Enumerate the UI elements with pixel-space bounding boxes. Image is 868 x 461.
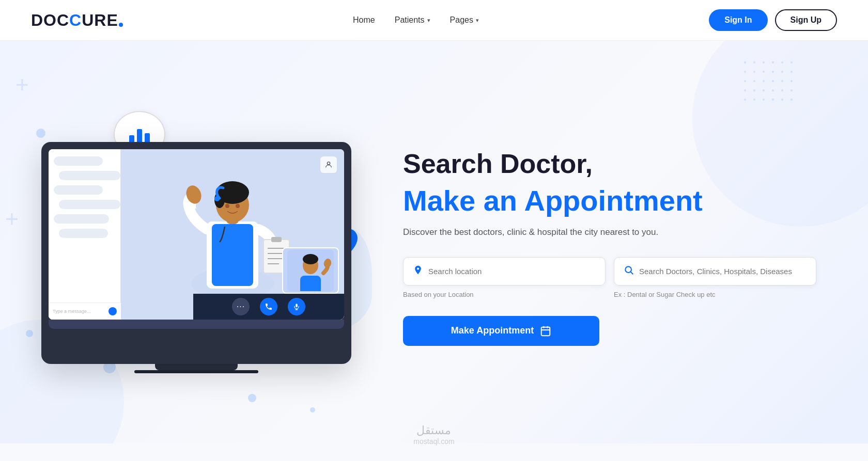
hero-section: + + // Will be rendered after DOM ready xyxy=(0,41,868,443)
svg-rect-12 xyxy=(271,237,282,242)
chat-bubble-5 xyxy=(54,214,109,224)
svg-rect-3 xyxy=(212,224,253,286)
chat-bubble-6 xyxy=(59,229,108,238)
hero-subtitle: Discover the best doctors, clinic & hosp… xyxy=(403,227,816,237)
chat-bubble-1 xyxy=(54,156,103,166)
hero-illustration: Type a message... xyxy=(31,121,362,373)
watermark-arabic: مستقل xyxy=(413,424,454,437)
deco-plus-top-left: + xyxy=(16,72,29,98)
appointment-button-label: Make Appointment xyxy=(451,325,534,336)
search-row xyxy=(403,257,816,285)
svg-point-8 xyxy=(225,204,229,208)
chat-bubble-4 xyxy=(59,200,120,209)
nav-item-home[interactable]: Home xyxy=(353,15,375,25)
nav-actions: Sign In Sign Up xyxy=(709,9,837,31)
laptop-screen: Type a message... xyxy=(49,149,344,320)
nav-links: Home Patients ▾ Pages ▾ xyxy=(353,15,479,25)
deco-circle-6 xyxy=(310,407,315,412)
nav-link-home[interactable]: Home xyxy=(353,15,375,25)
doctor-search-box[interactable] xyxy=(614,257,816,285)
search-hints: Based on your Location Ex : Dental or Su… xyxy=(403,291,816,298)
laptop-stand xyxy=(155,364,238,370)
ctrl-mic-button[interactable] xyxy=(288,298,305,315)
search-icon xyxy=(624,265,634,278)
svg-rect-23 xyxy=(296,304,298,307)
chat-sidebar: Type a message... xyxy=(49,149,121,320)
laptop: Type a message... xyxy=(41,142,351,364)
video-controls: ··· xyxy=(193,294,344,320)
chevron-down-icon: ▾ xyxy=(427,17,430,24)
doctor-search-input[interactable] xyxy=(639,267,807,276)
svg-rect-28 xyxy=(541,327,550,336)
svg-point-9 xyxy=(236,204,240,208)
nav-item-pages[interactable]: Pages ▾ xyxy=(450,15,479,25)
hero-content: Search Doctor, Make an Appointment Disco… xyxy=(362,149,837,346)
make-appointment-button[interactable]: Make Appointment xyxy=(403,316,599,346)
patient-inset-video xyxy=(282,247,339,294)
location-search-box[interactable] xyxy=(403,257,606,285)
chat-input-placeholder: Type a message... xyxy=(53,309,105,314)
deco-dot-grid: // Will be rendered after DOM ready xyxy=(744,61,796,104)
laptop-base xyxy=(49,320,344,329)
svg-point-17 xyxy=(214,196,220,201)
video-area: ··· xyxy=(121,149,344,320)
location-pin-icon xyxy=(413,265,423,278)
location-search-hint: Based on your Location xyxy=(403,291,606,298)
logo[interactable]: DOCCURE xyxy=(31,11,123,30)
svg-point-26 xyxy=(625,266,631,273)
ctrl-dots-button[interactable]: ··· xyxy=(232,298,250,315)
deco-plus-mid-left: + xyxy=(5,206,19,232)
user-icon-badge xyxy=(320,156,337,173)
svg-point-0 xyxy=(327,162,330,165)
hero-title-blue: Make an Appointment xyxy=(403,185,816,217)
watermark-url: mostaql.com xyxy=(413,437,454,446)
chat-bubble-2 xyxy=(59,171,120,180)
svg-point-21 xyxy=(303,254,318,264)
watermark: مستقل mostaql.com xyxy=(413,424,454,446)
svg-line-27 xyxy=(631,272,633,274)
chevron-down-icon: ▾ xyxy=(476,17,479,24)
signup-button[interactable]: Sign Up xyxy=(775,9,837,31)
appointment-calendar-icon xyxy=(540,325,551,337)
ctrl-phone-button[interactable] xyxy=(260,298,277,315)
laptop-foot xyxy=(134,370,258,373)
logo-text: DOCCURE xyxy=(31,11,123,30)
location-search-input[interactable] xyxy=(428,267,596,276)
svg-rect-20 xyxy=(300,276,321,291)
doctor-search-hint: Ex : Dental or Sugar Check up etc xyxy=(614,291,816,298)
deco-circle-3 xyxy=(26,330,33,337)
nav-item-patients[interactable]: Patients ▾ xyxy=(395,15,430,25)
navbar: DOCCURE Home Patients ▾ Pages ▾ Sign In … xyxy=(0,0,868,41)
hero-title-black: Search Doctor, xyxy=(403,149,816,180)
signin-button[interactable]: Sign In xyxy=(709,9,767,31)
deco-circle-5 xyxy=(248,394,256,402)
chat-send-button[interactable] xyxy=(109,307,117,315)
chat-bubble-3 xyxy=(54,185,103,195)
nav-link-patients[interactable]: Patients ▾ xyxy=(395,15,430,25)
nav-link-pages[interactable]: Pages ▾ xyxy=(450,15,479,25)
